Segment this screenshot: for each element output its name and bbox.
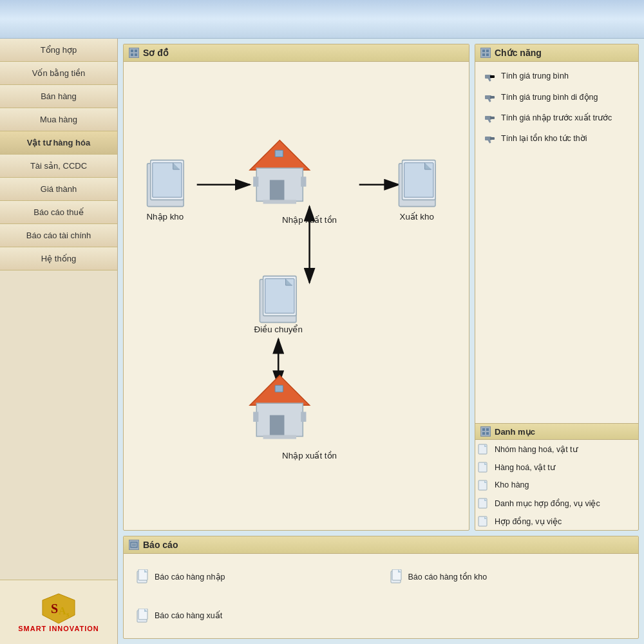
chuc-nang-panel: Chức năng Tính giá trung bình	[475, 44, 639, 531]
dieu-chuyen-node[interactable]	[260, 276, 296, 323]
bao-cao-label-1: Báo cáo hàng tồn kho	[408, 572, 488, 582]
bao-cao-header: Báo cáo	[124, 536, 638, 554]
hammer-icon-0	[483, 70, 496, 82]
doc-icon-bc-2	[137, 609, 149, 623]
sidebar-item-tai-san-ccdc[interactable]: Tài sản, CCDC	[0, 155, 117, 178]
svg-rect-69	[482, 432, 485, 435]
func-item-3[interactable]: Tính lại tồn kho tức thời	[480, 128, 633, 148]
func-item-0[interactable]: Tính giá trung bình	[480, 66, 633, 86]
svg-rect-70	[486, 432, 489, 435]
svg-text:Nhập xuất tồn: Nhập xuất tồn	[282, 451, 337, 460]
sidebar-item-bao-cao-thue[interactable]: Báo cáo thuế	[0, 201, 117, 224]
sidebar-item-vat-tu-hang-hoa[interactable]: Vật tư hàng hóa	[0, 131, 117, 155]
bao-cao-title: Báo cáo	[143, 540, 178, 550]
sidebar-item-tong-hop[interactable]: Tổng hợp	[0, 39, 117, 62]
hammer-icon-2	[483, 111, 496, 124]
doc-icon-dm-4	[478, 515, 489, 527]
svg-rect-53	[482, 53, 485, 56]
svg-rect-68	[486, 428, 489, 431]
func-label-1: Tính giá trung bình di động	[501, 92, 598, 102]
danh-muc-title: Danh mục	[495, 427, 535, 437]
doc-icon-dm-0	[478, 443, 489, 455]
danh-muc-content: Nhóm hàng hoá, vật tư Hàng hoá, vật tư	[475, 440, 638, 530]
danh-muc-item-4[interactable]: Hợp đồng, vụ việc	[475, 512, 638, 530]
main-layout: Tổng hợp Vốn bằng tiền Bán hàng Mua hàng…	[0, 39, 644, 644]
func-label-2: Tính giá nhập trước xuất trước	[501, 113, 612, 122]
sidebar-item-von-bang-tien[interactable]: Vốn bằng tiền	[0, 62, 117, 85]
chuc-nang-content: Tính giá trung bình Tính giá trung bình …	[475, 62, 638, 423]
xuat-kho-node[interactable]	[399, 160, 435, 207]
svg-rect-44	[275, 385, 283, 392]
so-do-icon	[129, 48, 139, 58]
nhap-xuat-ton-bot-node[interactable]	[250, 375, 310, 439]
sidebar-item-he-thong[interactable]: Hệ thống	[0, 247, 117, 270]
svg-rect-52	[486, 50, 489, 52]
hammer-icon-3	[483, 131, 496, 144]
svg-rect-7	[135, 53, 137, 56]
svg-rect-21	[253, 176, 258, 186]
sidebar-item-bao-cao-tai-chinh[interactable]: Báo cáo tài chính	[0, 224, 117, 247]
bao-cao-item-1[interactable]: Báo cáo hàng tồn kho	[388, 560, 629, 593]
bao-cao-icon	[129, 540, 139, 550]
doc-icon-bc-1	[390, 569, 403, 583]
bao-cao-item-0[interactable]: Báo cáo hàng nhập	[134, 560, 375, 593]
sidebar: Tổng hợp Vốn bằng tiền Bán hàng Mua hàng…	[0, 39, 118, 644]
bao-cao-item-2[interactable]: Báo cáo hàng xuất	[134, 600, 375, 632]
doc-icon-dm-3	[478, 497, 489, 509]
bao-cao-label-0: Báo cáo hàng nhập	[155, 572, 225, 582]
svg-rect-56	[490, 75, 495, 78]
sidebar-logo: S A s SMART INNOVATION	[0, 580, 117, 644]
so-do-title: Sơ đồ	[143, 48, 169, 58]
svg-rect-59	[490, 96, 495, 99]
so-do-content: Nhập kho	[124, 62, 469, 530]
bao-cao-panel: Báo cáo Báo cáo hàng nhập	[123, 536, 639, 639]
doc-icon-bc-0	[137, 569, 149, 583]
top-bar	[0, 0, 644, 39]
doc-icon-dm-1	[478, 461, 489, 473]
svg-rect-51	[482, 50, 485, 52]
danh-muc-item-3[interactable]: Danh mục hợp đồng, vụ việc	[475, 494, 638, 512]
danh-muc-item-1[interactable]: Hàng hoá, vật tư	[475, 458, 638, 476]
bao-cao-label-2: Báo cáo hàng xuất	[155, 611, 222, 620]
svg-rect-88	[392, 569, 401, 580]
svg-rect-91	[138, 609, 147, 620]
chuc-nang-title: Chức năng	[495, 48, 542, 58]
svg-rect-43	[270, 415, 285, 437]
danh-muc-header: Danh mục	[475, 423, 638, 440]
svg-rect-67	[482, 428, 485, 431]
nhap-kho-node[interactable]	[147, 160, 184, 207]
svg-rect-6	[131, 53, 133, 56]
func-label-0: Tính giá trung bình	[501, 71, 569, 80]
danh-muc-item-2[interactable]: Kho hàng	[475, 476, 638, 494]
so-do-header: Sơ đồ	[124, 44, 469, 62]
logo-emblem: S A s	[39, 592, 78, 625]
svg-text:Điều chuyển: Điều chuyển	[254, 325, 303, 334]
content-area: Sơ đồ	[118, 39, 644, 644]
func-item-2[interactable]: Tính giá nhập trước xuất trước	[480, 107, 633, 128]
svg-text:S: S	[51, 601, 58, 616]
svg-rect-4	[131, 50, 133, 52]
danh-muc-label-0: Nhóm hàng hoá, vật tư	[495, 444, 578, 454]
danh-muc-label-2: Kho hàng	[495, 480, 529, 489]
danh-muc-item-0[interactable]: Nhóm hàng hoá, vật tư	[475, 440, 638, 458]
danh-muc-icon	[480, 426, 491, 437]
svg-rect-45	[263, 435, 296, 439]
sidebar-item-ban-hang[interactable]: Bán hàng	[0, 85, 117, 108]
func-item-1[interactable]: Tính giá trung bình di động	[480, 86, 633, 107]
svg-rect-62	[490, 117, 495, 119]
so-do-panel: Sơ đồ	[123, 44, 469, 531]
danh-muc-label-3: Danh mục hợp đồng, vụ việc	[495, 498, 600, 508]
svg-rect-81	[131, 542, 137, 547]
nhap-xuat-ton-top-node[interactable]	[250, 140, 310, 204]
sidebar-item-gia-thanh[interactable]: Giá thành	[0, 178, 117, 201]
chuc-nang-header: Chức năng	[475, 44, 638, 62]
sidebar-item-mua-hang[interactable]: Mua hàng	[0, 108, 117, 131]
svg-rect-47	[301, 412, 306, 422]
top-panels: Sơ đồ	[123, 44, 639, 531]
svg-text:A: A	[59, 605, 66, 616]
danh-muc-label-4: Hợp đồng, vụ việc	[495, 516, 562, 526]
svg-text:Nhập kho: Nhập kho	[146, 212, 184, 222]
svg-rect-18	[270, 180, 285, 202]
diagram-svg: Nhập kho	[134, 72, 459, 520]
svg-rect-20	[263, 200, 296, 204]
